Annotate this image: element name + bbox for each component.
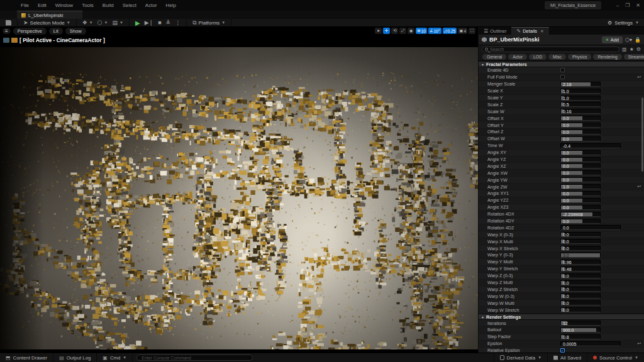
value-spinbox[interactable]: 3.0 — [560, 253, 601, 258]
source-control-button[interactable]: Source Control ▼ — [587, 353, 644, 362]
camera-speed-control[interactable]: ▣ 4 — [458, 28, 467, 34]
value-spinbox[interactable]: 0.0 — [560, 157, 601, 162]
value-spinbox[interactable]: 0.16 — [560, 109, 601, 114]
value-spinbox[interactable]: 0.0005 — [560, 341, 621, 346]
platforms-dropdown[interactable]: ⧉ Platforms ▼ — [192, 19, 225, 26]
maximize-viewport-icon[interactable]: ⛶ — [469, 28, 475, 34]
value-spinbox[interactable]: 1.0 — [560, 184, 601, 189]
checkbox[interactable] — [560, 68, 565, 72]
selection-mode-dropdown[interactable]: ➤ Selection Mode ▼ — [23, 19, 70, 26]
pill-lod[interactable]: LOD — [529, 54, 547, 60]
view-mode-dropdown[interactable]: Lit — [49, 28, 63, 35]
output-log-button[interactable]: ▤ Output Log — [53, 353, 97, 362]
value-spinbox[interactable]: 900.0 — [560, 327, 601, 332]
menu-edit[interactable]: Edit — [34, 1, 50, 9]
value-spinbox[interactable]: 0.0 — [560, 170, 601, 175]
content-drawer-button[interactable]: ⬒ Content Drawer — [0, 353, 53, 362]
reset-to-default-icon[interactable]: ↩ — [637, 184, 642, 189]
value-spinbox[interactable]: 0.0 — [560, 232, 601, 237]
value-spinbox[interactable]: 0.0 — [560, 239, 601, 244]
frame-skip-button[interactable]: ▶❘ — [145, 19, 153, 26]
all-saved-button[interactable]: All Saved — [547, 353, 587, 362]
console-command-input[interactable] — [136, 354, 253, 361]
move-tool-icon[interactable]: ✛ — [383, 28, 390, 34]
value-spinbox[interactable]: 0.0 — [560, 219, 601, 224]
grid-snap-toggle[interactable]: ⊞ 10 — [416, 28, 427, 34]
reset-to-default-icon[interactable]: ↩ — [637, 75, 642, 80]
details-settings-gear-icon[interactable]: ⚙ — [636, 47, 641, 52]
pill-rendering[interactable]: Rendering — [593, 54, 621, 60]
scale-tool-icon[interactable]: ⤢ — [399, 28, 406, 34]
menu-window[interactable]: Window — [52, 1, 77, 9]
scale-snap-toggle[interactable]: ◿ 0.25 — [443, 28, 457, 34]
save-icon[interactable] — [6, 20, 11, 26]
menu-build[interactable]: Build — [99, 1, 118, 9]
menu-select[interactable]: Select — [119, 1, 140, 9]
value-spinbox[interactable]: 0.8 — [560, 334, 601, 339]
stop-pilot-icon[interactable] — [3, 38, 9, 43]
checkbox[interactable]: ✓ — [560, 348, 565, 353]
edit-blueprint-icon[interactable]: ⬡▾ — [625, 37, 632, 43]
value-spinbox[interactable]: 0.0 — [560, 136, 601, 141]
value-spinbox[interactable]: 0.0 — [560, 123, 601, 128]
pill-actor[interactable]: Actor — [508, 54, 527, 60]
value-spinbox[interactable]: -0.4 — [560, 143, 621, 148]
value-spinbox[interactable]: 0.0 — [560, 280, 601, 285]
rotate-tool-icon[interactable]: ⟲ — [391, 28, 398, 34]
value-spinbox[interactable]: 1.0 — [560, 96, 601, 101]
value-spinbox[interactable]: 0.96 — [560, 260, 601, 265]
pill-misc[interactable]: Misc — [548, 54, 566, 60]
viewport-render[interactable] — [0, 47, 478, 349]
favorites-star-icon[interactable]: ★ — [630, 47, 634, 52]
settings-dropdown[interactable]: ⚙ Settings ▼ — [608, 20, 639, 26]
value-spinbox[interactable]: 0.48 — [560, 266, 601, 272]
value-spinbox[interactable]: 0.0 — [560, 287, 601, 292]
rotation-snap-value[interactable]: 10° — [434, 29, 440, 33]
value-spinbox[interactable]: 2.16 — [560, 82, 601, 87]
viewport-options-icon[interactable]: ≡ — [3, 28, 11, 34]
tab-outliner[interactable]: ☰ Outliner — [479, 27, 511, 35]
section-header[interactable]: ▾Render Settings — [479, 314, 644, 320]
play-options-kebab-icon[interactable]: ⋮ — [175, 19, 180, 26]
perspective-dropdown[interactable]: Perspective — [13, 28, 47, 35]
minimize-button[interactable]: – — [616, 3, 619, 8]
value-spinbox[interactable]: 0.0 — [560, 177, 601, 182]
checkbox[interactable] — [560, 75, 565, 79]
menu-actor[interactable]: Actor — [142, 1, 161, 9]
pill-streaming[interactable]: Streaming — [624, 54, 644, 60]
value-spinbox[interactable]: 0.0 — [560, 205, 601, 210]
value-spinbox[interactable]: 1.0 — [560, 89, 601, 94]
add-actor-dropdown[interactable]: ❖▼ — [82, 19, 93, 26]
show-dropdown[interactable]: Show — [65, 28, 86, 35]
value-spinbox[interactable]: 0.0 — [560, 198, 601, 203]
value-spinbox[interactable]: 0.0 — [560, 246, 601, 251]
reset-to-default-icon[interactable]: ↩ — [637, 341, 642, 346]
menu-file[interactable]: File — [17, 1, 33, 9]
select-tool-icon[interactable]: ➤ — [375, 28, 382, 34]
search-input[interactable] — [490, 47, 616, 52]
restore-button[interactable]: ❐ — [625, 3, 630, 8]
value-spinbox[interactable]: 0.0 — [560, 273, 601, 278]
play-button[interactable]: ▶ — [135, 19, 140, 26]
level-tab[interactable]: L_UberMixpinski — [17, 11, 82, 19]
section-header[interactable]: ▾Fractal Parameters — [479, 61, 644, 67]
pill-general[interactable]: General — [482, 54, 506, 60]
close-tab-icon[interactable]: ✕ — [540, 29, 544, 34]
stop-button[interactable]: ■ — [158, 19, 161, 26]
blueprints-dropdown[interactable]: ⬡▼ — [97, 19, 108, 26]
menu-tools[interactable]: Tools — [78, 1, 97, 9]
value-spinbox[interactable]: 0.0 — [560, 225, 621, 230]
eject-pilot-icon[interactable] — [11, 38, 18, 43]
value-spinbox[interactable]: 0.0 — [560, 129, 601, 134]
value-spinbox[interactable]: 0.0 — [560, 307, 601, 312]
cmd-dropdown[interactable]: ▣ Cmd ▼ — [97, 353, 133, 362]
value-spinbox[interactable]: -2.239908 — [560, 212, 601, 217]
lock-icon[interactable]: 🔒 — [635, 37, 641, 43]
eject-button[interactable]: ≜ — [166, 19, 171, 26]
cinematics-dropdown[interactable]: ▤▼ — [113, 19, 123, 26]
value-spinbox[interactable]: 0.5 — [560, 102, 601, 107]
camera-speed-value[interactable]: 4 — [464, 29, 466, 33]
value-spinbox[interactable]: 0.0 — [560, 150, 601, 155]
close-button[interactable]: ✕ — [636, 3, 640, 8]
derived-data-button[interactable]: Derived Data ▼ — [494, 353, 547, 362]
